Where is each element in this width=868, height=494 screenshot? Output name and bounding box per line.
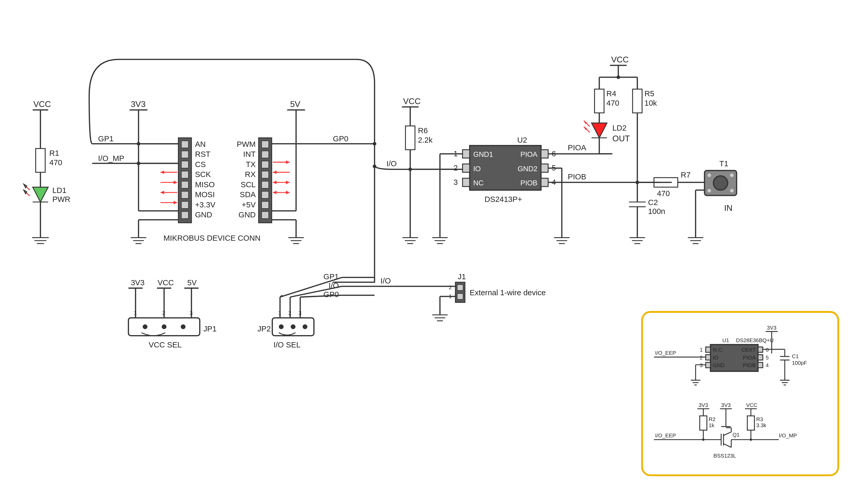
svg-marker-68 bbox=[273, 191, 277, 194]
svg-rect-74 bbox=[405, 126, 415, 150]
i-piob: PIOB bbox=[743, 362, 756, 368]
piob-net: PIOB bbox=[568, 172, 586, 181]
c2-ref: C2 bbox=[648, 198, 658, 207]
svg-rect-176 bbox=[706, 347, 710, 352]
svg-point-133 bbox=[730, 174, 734, 177]
svg-marker-7 bbox=[24, 184, 27, 188]
red-arrows-right bbox=[273, 160, 290, 194]
inset-3v3b: 3V3 bbox=[699, 402, 708, 408]
svg-rect-177 bbox=[706, 355, 710, 360]
mikrobus-title: MIKROBUS DEVICE CONN bbox=[164, 234, 261, 242]
svg-marker-4 bbox=[33, 187, 48, 202]
svg-rect-28 bbox=[262, 141, 269, 148]
j1: J1 2 1 External 1-wire device bbox=[432, 272, 546, 321]
svg-rect-178 bbox=[706, 362, 710, 367]
jp2-p1: 1 bbox=[278, 310, 281, 316]
c2-val: 100n bbox=[648, 207, 665, 215]
mikrobus-conn: 3V3 5V GP1 I/O_MP AN RST CS SCK MISO MOS… bbox=[92, 99, 369, 244]
svg-marker-66 bbox=[286, 180, 290, 184]
u2-io: IO bbox=[473, 165, 481, 173]
i-pioa: PIOA bbox=[743, 355, 756, 361]
vcc-left-label: VCC bbox=[33, 99, 51, 109]
svg-marker-57 bbox=[161, 191, 164, 194]
svg-rect-23 bbox=[181, 181, 188, 188]
r5-val: 10k bbox=[644, 99, 657, 107]
svg-point-217 bbox=[750, 438, 752, 441]
svg-rect-35 bbox=[262, 212, 269, 219]
vcc-mid-label: VCC bbox=[403, 96, 421, 106]
r1-ref: R1 bbox=[49, 149, 59, 157]
inset-u1-part: DS28E36BQ+U bbox=[736, 338, 774, 343]
ld1-name: PWR bbox=[52, 195, 70, 204]
jp1-p1: 1 bbox=[134, 310, 137, 316]
r7-val: 470 bbox=[657, 189, 670, 198]
mb-scl: SCL bbox=[241, 180, 256, 189]
inset-vcc: VCC bbox=[746, 402, 758, 408]
5v-label: 5V bbox=[290, 99, 301, 109]
jp1-p2: 2 bbox=[162, 310, 165, 316]
r4-ref: R4 bbox=[606, 89, 616, 98]
inset-r2-val: 1k bbox=[709, 422, 715, 428]
io-net: I/O bbox=[387, 159, 397, 168]
io-mp-net: I/O_MP bbox=[98, 154, 124, 163]
svg-rect-165 bbox=[457, 293, 463, 300]
jp2: GP1 I/O GP0 I/O 1 2 3 JP2 I/O SEL bbox=[257, 272, 452, 349]
svg-rect-33 bbox=[262, 191, 269, 198]
svg-point-161 bbox=[291, 324, 295, 329]
svg-rect-179 bbox=[758, 347, 763, 352]
mb-miso: MISO bbox=[195, 180, 215, 189]
j1-p2: 2 bbox=[449, 285, 452, 290]
io-net2: I/O bbox=[381, 277, 391, 285]
mb-gnd-r: GND bbox=[239, 210, 256, 219]
mb-pwm: PWM bbox=[237, 140, 256, 148]
gp1-net: GP1 bbox=[98, 134, 114, 143]
u2-ref: U2 bbox=[517, 136, 527, 144]
svg-rect-107 bbox=[595, 89, 604, 113]
u2-p2: 2 bbox=[454, 163, 458, 172]
svg-point-39 bbox=[137, 142, 141, 146]
svg-rect-164 bbox=[457, 285, 463, 290]
svg-rect-30 bbox=[262, 161, 269, 168]
u2-part: DS2413P+ bbox=[485, 195, 522, 204]
gp0-net: GP0 bbox=[333, 134, 349, 143]
t1-ref: T1 bbox=[719, 159, 728, 168]
jp1-p3: 3 bbox=[190, 310, 192, 316]
inset-eep2: I/O_EEP bbox=[655, 433, 676, 439]
mb-cs: CS bbox=[195, 160, 206, 169]
svg-rect-19 bbox=[181, 141, 188, 148]
r6-ref: R6 bbox=[418, 126, 428, 135]
inset-q1-ref: Q1 bbox=[732, 432, 739, 438]
svg-point-208 bbox=[702, 438, 704, 441]
red-arrows-left bbox=[161, 170, 177, 204]
mb-33v: +3.3V bbox=[195, 200, 216, 209]
i-p2: 2 bbox=[700, 355, 703, 361]
svg-rect-18 bbox=[179, 138, 191, 223]
vcc-right-label: VCC bbox=[611, 55, 629, 64]
svg-rect-83 bbox=[463, 164, 470, 172]
jp2-name: I/O SEL bbox=[273, 340, 300, 349]
r5-ref: R5 bbox=[644, 89, 654, 98]
u2-gnd1: GND1 bbox=[473, 150, 493, 158]
svg-rect-29 bbox=[262, 151, 269, 158]
inset-mp: I/O_MP bbox=[779, 433, 797, 439]
i-io: IO bbox=[713, 355, 719, 361]
mb-gnd-l: GND bbox=[195, 210, 212, 219]
svg-point-71 bbox=[373, 165, 376, 168]
jp1-l3: 5V bbox=[187, 278, 197, 287]
svg-rect-180 bbox=[758, 355, 763, 360]
svg-rect-181 bbox=[758, 362, 763, 367]
i-cext: CEXT bbox=[741, 347, 755, 353]
jp2-p2: 2 bbox=[288, 310, 291, 316]
gnd-symbol bbox=[32, 238, 49, 244]
schematic-canvas: VCC R1 470 LD1 PWR 3V3 5V GP1 I/O_MP AN … bbox=[0, 0, 868, 493]
svg-rect-203 bbox=[747, 416, 754, 430]
svg-rect-31 bbox=[262, 171, 269, 178]
u2-nc: NC bbox=[473, 179, 484, 187]
svg-rect-172 bbox=[642, 312, 838, 475]
j1-name: External 1-wire device bbox=[470, 288, 546, 297]
svg-rect-22 bbox=[181, 171, 188, 178]
svg-rect-84 bbox=[463, 178, 470, 187]
inset-3v3c: 3V3 bbox=[721, 402, 731, 408]
svg-rect-24 bbox=[181, 191, 188, 198]
u2-gnd2: GND2 bbox=[518, 165, 537, 173]
